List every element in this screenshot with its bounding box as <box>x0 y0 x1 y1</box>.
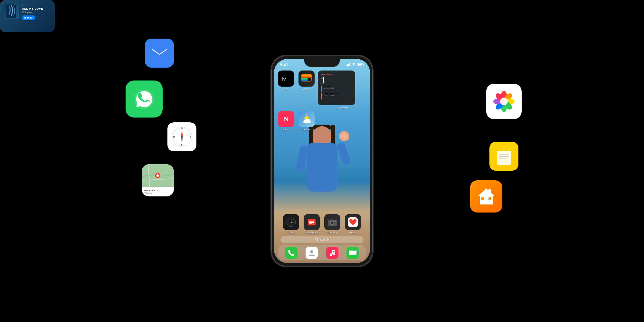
svg-rect-3 <box>349 63 350 66</box>
play-button[interactable]: ▶ Play <box>22 15 35 20</box>
app-weather[interactable]: Weather <box>297 111 316 131</box>
svg-rect-5 <box>364 64 364 65</box>
svg-rect-50 <box>151 47 168 59</box>
svg-rect-36 <box>331 219 333 220</box>
music-note-icon: ♪ <box>22 3 25 6</box>
svg-point-65 <box>158 174 159 175</box>
svg-rect-85 <box>488 189 491 193</box>
svg-point-21 <box>307 120 311 123</box>
mail-svg-icon <box>151 47 168 60</box>
bottom-app-row: Clock Reminders <box>274 214 370 234</box>
health-icon <box>347 217 358 228</box>
svg-rect-0 <box>346 65 347 66</box>
svg-rect-2 <box>348 64 349 66</box>
dock-facetime[interactable] <box>346 247 359 259</box>
dock-music[interactable] <box>326 247 338 259</box>
app-camera[interactable]: Camera <box>323 214 342 234</box>
svg-rect-84 <box>485 200 488 204</box>
iphone-frame: 9:41 <box>270 55 374 267</box>
weather-app-icon <box>300 113 313 125</box>
icon-row-1: tv TV <box>277 71 367 109</box>
svg-rect-1 <box>347 64 348 66</box>
notch <box>304 59 340 67</box>
camera-icon <box>327 217 338 228</box>
svg-rect-16 <box>306 114 307 115</box>
search-icon <box>315 238 318 241</box>
safari-svg-icon: N S E W <box>171 126 193 148</box>
float-mail-icon[interactable] <box>145 39 174 68</box>
svg-text:N: N <box>283 115 289 123</box>
svg-point-37 <box>335 221 336 222</box>
reminders-icon <box>307 217 317 227</box>
svg-rect-81 <box>499 156 509 157</box>
svg-rect-30 <box>309 223 312 224</box>
app-section-top: tv TV <box>277 71 367 133</box>
svg-rect-13 <box>308 78 311 81</box>
search-bar[interactable]: Search <box>280 236 364 243</box>
dock <box>278 245 366 260</box>
dock-contacts[interactable] <box>306 247 318 259</box>
app-wallet[interactable]: Wallet <box>297 71 316 90</box>
svg-rect-79 <box>497 150 511 151</box>
svg-rect-86 <box>481 197 484 200</box>
svg-point-42 <box>310 250 313 253</box>
album-art <box>3 3 19 19</box>
svg-point-35 <box>332 222 333 223</box>
svg-point-76 <box>500 98 508 105</box>
arm-right <box>336 142 351 166</box>
home-svg-icon <box>477 187 496 206</box>
clock-icon <box>286 217 296 227</box>
calendar-event-1: Run club 10 – 10:30AM <box>321 85 352 92</box>
app-health[interactable]: Health <box>344 214 362 234</box>
float-notes-icon[interactable] <box>489 142 518 171</box>
float-photos-icon[interactable] <box>486 84 522 119</box>
notes-svg-icon <box>495 147 513 165</box>
app-clock[interactable]: Clock <box>282 214 300 234</box>
dock-phone[interactable] <box>285 247 298 259</box>
svg-rect-47 <box>332 250 335 251</box>
float-whatsapp-icon[interactable] <box>126 80 163 118</box>
app-news[interactable]: N News <box>277 111 295 131</box>
float-music-widget[interactable]: ♪ ALL MY LOVE Coldplay ▶ Play <box>0 0 55 32</box>
phone-screen: 9:41 <box>274 59 370 263</box>
wifi-icon <box>352 63 356 66</box>
phone-icon <box>288 249 295 256</box>
svg-rect-82 <box>499 158 506 159</box>
news-icon: N <box>281 114 291 124</box>
phone-body: 9:41 <box>270 55 374 267</box>
icon-row-2: N News <box>277 111 367 131</box>
svg-rect-48 <box>349 251 354 255</box>
svg-text:♪: ♪ <box>22 3 24 7</box>
girl-figure <box>293 125 351 221</box>
album-art-svg <box>6 5 16 18</box>
app-reminders[interactable]: Reminders <box>302 214 321 234</box>
wallet-icon <box>300 72 313 85</box>
svg-rect-80 <box>499 154 509 155</box>
calendar-event-2: Lunch with Lewis 11AM – 12PM <box>321 93 352 99</box>
svg-text:tv: tv <box>281 76 286 81</box>
status-icons <box>346 63 364 66</box>
battery-icon <box>357 63 364 66</box>
svg-point-26 <box>291 222 292 223</box>
calendar-widget: TUESDAY 1 Run club 10 – 10:30AM <box>318 71 367 109</box>
svg-rect-18 <box>301 118 302 118</box>
facetime-icon <box>349 250 356 256</box>
svg-rect-6 <box>358 64 362 66</box>
app-tv[interactable]: tv TV <box>277 71 295 90</box>
svg-line-40 <box>317 240 318 241</box>
svg-point-31 <box>308 221 309 222</box>
music-icon <box>329 249 336 256</box>
svg-point-61 <box>181 136 183 138</box>
svg-text:E: E <box>190 136 191 138</box>
float-maps-icon[interactable]: Paradise Dr Tiburon <box>142 164 174 196</box>
float-safari-icon[interactable]: N S E W <box>167 122 196 151</box>
svg-marker-49 <box>354 250 356 255</box>
float-home-icon[interactable] <box>470 180 502 213</box>
body <box>307 143 337 192</box>
svg-rect-87 <box>488 197 491 200</box>
svg-rect-28 <box>309 221 314 222</box>
maps-bg-svg <box>142 164 174 187</box>
status-time: 9:41 <box>280 62 288 67</box>
svg-rect-29 <box>309 222 314 223</box>
svg-point-43 <box>330 253 332 256</box>
